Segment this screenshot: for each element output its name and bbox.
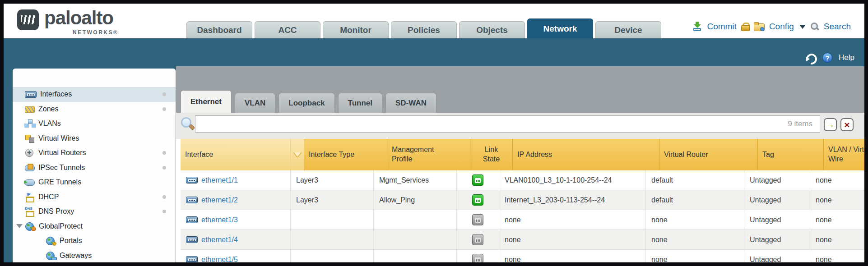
column-label: Link State bbox=[480, 145, 503, 164]
sidebar-item-label: DHCP bbox=[38, 193, 59, 201]
sidebar-item-vlans[interactable]: VLANs bbox=[13, 116, 176, 131]
nav-tab-objects[interactable]: Objects bbox=[459, 21, 525, 38]
help-icon[interactable]: ? bbox=[822, 53, 832, 63]
lock-icon[interactable] bbox=[741, 22, 749, 31]
top-header: paloalto NETWORKS® DashboardACCMonitorPo… bbox=[4, 4, 864, 38]
cell-tag: Untagged bbox=[744, 250, 810, 262]
cell-interface-type bbox=[291, 230, 374, 249]
filter-input[interactable] bbox=[195, 115, 820, 133]
expander-arrow-icon[interactable] bbox=[16, 224, 23, 228]
sub-tab-label: SD-WAN bbox=[395, 99, 427, 107]
paloalto-logo-icon bbox=[17, 9, 39, 30]
clear-filter-button[interactable]: × bbox=[840, 118, 854, 131]
cell-interface-type bbox=[291, 250, 374, 262]
sidebar-item-dhcp[interactable]: DHCP bbox=[13, 190, 176, 205]
sidebar-item-virtual-wires[interactable]: Virtual Wires bbox=[13, 131, 176, 146]
ethernet-port-icon bbox=[186, 177, 198, 183]
interfaces-icon bbox=[25, 91, 37, 98]
column-header-ip-address[interactable]: IP Address bbox=[513, 139, 659, 170]
gateways-icon bbox=[46, 252, 56, 260]
sidebar-item-gateways[interactable]: Gateways bbox=[13, 248, 176, 263]
tab-ethernet[interactable]: Ethernet bbox=[181, 90, 232, 113]
sidebar-item-zones[interactable]: Zones bbox=[13, 102, 176, 117]
nav-tab-policies[interactable]: Policies bbox=[391, 21, 457, 38]
sub-tab-label: VLAN bbox=[245, 99, 265, 107]
cell-management-profile: Allow_Ping bbox=[374, 190, 457, 210]
config-caret-icon[interactable] bbox=[799, 25, 806, 29]
brand-wordmark: paloalto bbox=[44, 7, 113, 29]
gear-icon bbox=[52, 242, 56, 246]
column-header-management-profile[interactable]: Management Profile bbox=[387, 139, 470, 170]
cell-link-state bbox=[457, 190, 499, 210]
nav-tab-device[interactable]: Device bbox=[595, 21, 661, 38]
table-row[interactable]: ethernet1/1 Layer3 Mgmt_Services VLAN010… bbox=[181, 170, 864, 190]
config-icon[interactable] bbox=[754, 22, 765, 31]
sidebar-item-label: GlobalProtect bbox=[39, 222, 83, 230]
nav-tab-network[interactable]: Network bbox=[527, 18, 593, 38]
sidebar-item-gre-tunnels[interactable]: GRE Tunnels bbox=[13, 175, 176, 190]
cell-vlan-virtual-wire: none bbox=[810, 170, 864, 190]
interfaces-table: Interface Interface Type Management Prof… bbox=[181, 139, 864, 262]
column-label: Virtual Router bbox=[664, 150, 708, 160]
wrench-icon bbox=[760, 27, 764, 31]
cell-virtual-router: none bbox=[646, 210, 744, 229]
interface-link[interactable]: ethernet1/4 bbox=[201, 236, 238, 244]
tab-loopback[interactable]: Loopback bbox=[279, 93, 334, 113]
link-state-down-icon bbox=[472, 234, 483, 245]
sub-tab-label: Tunnel bbox=[348, 99, 372, 107]
ethernet-port-icon bbox=[186, 216, 198, 223]
link-state-down-icon bbox=[472, 214, 483, 225]
column-header-interface[interactable]: Interface bbox=[181, 139, 291, 170]
sidebar-item-ipsec-tunnels[interactable]: IPSec Tunnels bbox=[13, 161, 176, 175]
item-dot bbox=[162, 92, 166, 96]
sidebar-item-label: Virtual Routers bbox=[38, 149, 86, 157]
zones-icon bbox=[25, 106, 35, 113]
cell-tag: Untagged bbox=[744, 190, 810, 210]
column-header-tag[interactable]: Tag bbox=[758, 139, 824, 170]
filter-toolbar: 9 items → × bbox=[176, 113, 864, 139]
sidebar-item-portals[interactable]: Portals bbox=[13, 234, 176, 248]
apply-filter-button[interactable]: → bbox=[824, 118, 837, 131]
tab-tunnel[interactable]: Tunnel bbox=[338, 93, 382, 113]
interface-link[interactable]: ethernet1/3 bbox=[201, 216, 238, 224]
nav-tab-monitor[interactable]: Monitor bbox=[323, 21, 389, 38]
cell-vlan-virtual-wire: none bbox=[810, 190, 864, 210]
ethernet-port-icon bbox=[186, 197, 198, 203]
sidebar-item-dns-proxy[interactable]: DNS Proxy bbox=[13, 204, 176, 219]
brand-networks-label: NETWORKS® bbox=[73, 29, 118, 36]
sort-dropdown[interactable] bbox=[291, 139, 304, 170]
table-row[interactable]: ethernet1/4 none none Untagged none bbox=[181, 230, 864, 250]
nav-tab-label: Device bbox=[614, 25, 642, 35]
interface-link[interactable]: ethernet1/2 bbox=[201, 196, 238, 204]
sidebar-item-globalprotect[interactable]: GlobalProtect bbox=[13, 219, 176, 234]
sidebar-item-label: IPSec Tunnels bbox=[38, 164, 85, 172]
column-header-virtual-router[interactable]: Virtual Router bbox=[659, 139, 758, 170]
sidebar-item-label: Interfaces bbox=[40, 90, 72, 98]
banner-actions: ? Help bbox=[806, 53, 854, 63]
table-body: ethernet1/1 Layer3 Mgmt_Services VLAN010… bbox=[181, 170, 864, 262]
sidebar-item-interfaces[interactable]: Interfaces bbox=[13, 87, 176, 102]
cell-tag: Untagged bbox=[744, 210, 810, 229]
tab-vlan[interactable]: VLAN bbox=[235, 93, 275, 113]
interface-link[interactable]: ethernet1/1 bbox=[201, 176, 238, 184]
cell-management-profile bbox=[374, 250, 457, 262]
search-button[interactable]: Search bbox=[824, 22, 851, 32]
nav-tab-dashboard[interactable]: Dashboard bbox=[186, 21, 252, 38]
refresh-icon[interactable] bbox=[806, 54, 816, 62]
column-header-link-state[interactable]: Link State bbox=[470, 139, 513, 170]
table-row[interactable]: ethernet1/5 none none Untagged none bbox=[181, 250, 864, 262]
column-header-interface-type[interactable]: Interface Type bbox=[304, 139, 387, 170]
config-button[interactable]: Config bbox=[769, 22, 794, 32]
table-row[interactable]: ethernet1/3 none none Untagged none bbox=[181, 210, 864, 230]
tab-sd-wan[interactable]: SD-WAN bbox=[385, 93, 436, 113]
sidebar-item-label: Virtual Wires bbox=[38, 134, 79, 142]
search-icon[interactable] bbox=[810, 22, 819, 31]
commit-icon[interactable] bbox=[692, 22, 702, 32]
table-row[interactable]: ethernet1/2 Layer3 Allow_Ping Internet_L… bbox=[181, 190, 864, 210]
interface-link[interactable]: ethernet1/5 bbox=[201, 256, 238, 263]
commit-button[interactable]: Commit bbox=[707, 22, 736, 32]
column-header-vlan-virtual-wire[interactable]: VLAN / Virtual Wire bbox=[824, 139, 864, 170]
help-link[interactable]: Help bbox=[839, 53, 854, 62]
nav-tab-acc[interactable]: ACC bbox=[255, 21, 320, 38]
sidebar-item-virtual-routers[interactable]: Virtual Routers bbox=[13, 146, 176, 161]
